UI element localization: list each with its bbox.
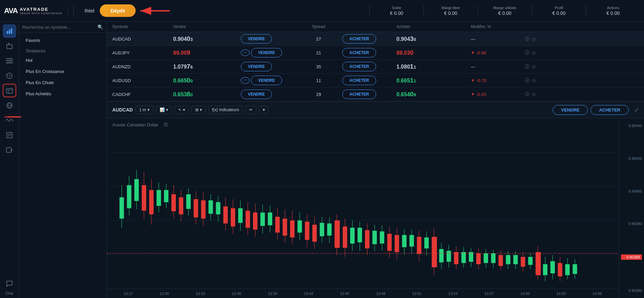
main-layout: Chat 🔍 Favoris Tendances Hot Plus En Cro… bbox=[0, 22, 644, 298]
chart-acheter-btn[interactable]: ACHETER bbox=[591, 105, 629, 115]
menu-item-croissance[interactable]: Plus En Croissance bbox=[24, 66, 102, 77]
star-icon-audcad[interactable]: ☆ bbox=[531, 36, 536, 42]
sell-price-audcad: 0.90403 bbox=[173, 35, 241, 43]
draw-options-btn[interactable]: ▾ bbox=[259, 106, 269, 114]
sidebar-icon-video[interactable] bbox=[3, 143, 16, 157]
svg-rect-145 bbox=[550, 261, 555, 273]
sidebar-icon-menu[interactable] bbox=[3, 54, 16, 68]
svg-rect-55 bbox=[216, 202, 220, 214]
depot-button[interactable]: Dépôt bbox=[100, 4, 136, 17]
info-icon-cadchf[interactable]: ⓘ bbox=[525, 91, 529, 97]
acheter-btn-audjpy[interactable]: ACHETER bbox=[342, 48, 376, 57]
cursor-btn[interactable]: ↖ ▾ bbox=[175, 106, 189, 114]
modifier-audusd: ▼-0.79 bbox=[471, 78, 525, 83]
sidebar-icon-portfolio[interactable] bbox=[3, 39, 16, 53]
sidebar-icon-history[interactable] bbox=[3, 69, 16, 82]
sidebar-icons: Chat bbox=[0, 22, 19, 298]
header-stats: Solde € 0.00 Marge libre € 0.00 Marge ut… bbox=[369, 6, 640, 16]
acheter-btn-cadchf[interactable]: ACHETER bbox=[342, 90, 376, 99]
buy-price-cadchf: 0.65409 bbox=[396, 91, 471, 98]
sidebar-icon-wave[interactable] bbox=[3, 114, 16, 127]
svg-rect-87 bbox=[335, 220, 340, 248]
star-icon-audusd[interactable]: ☆ bbox=[531, 77, 536, 84]
wave-icon-audusd: 〰 bbox=[241, 77, 250, 84]
svg-rect-129 bbox=[491, 253, 496, 263]
chart-type-icon: 📊 bbox=[160, 107, 165, 112]
arrow-svg bbox=[138, 4, 171, 18]
acheter-btn-audnzd[interactable]: ACHETER bbox=[342, 62, 376, 71]
svg-rect-10 bbox=[6, 89, 13, 93]
chart-type-chevron: ▾ bbox=[166, 107, 168, 112]
down-arrow-cadchf: ▼ bbox=[471, 92, 475, 97]
svg-rect-69 bbox=[268, 213, 272, 225]
time-1336: 13:36 bbox=[218, 292, 255, 296]
star-icon-audnzd[interactable]: ☆ bbox=[531, 64, 536, 70]
wave-audjpy: 〰 VENDRE bbox=[241, 48, 295, 57]
menu-item-hot[interactable]: Hot bbox=[24, 55, 102, 66]
vendre-btn-audcad[interactable]: VENDRE bbox=[241, 34, 272, 44]
chart-vendre-btn[interactable]: VENDRE bbox=[553, 105, 588, 115]
symbols-menu: Favoris Tendances Hot Plus En Croissance… bbox=[19, 33, 107, 101]
menu-item-achetes[interactable]: Plus Achetés bbox=[24, 88, 102, 99]
search-input[interactable] bbox=[22, 25, 95, 30]
symbol-cadchf: CADCHF bbox=[112, 92, 173, 97]
tendances-title: Tendances bbox=[24, 46, 102, 55]
wave-audusd: 〰 VENDRE bbox=[241, 76, 295, 85]
sidebar-icon-globe[interactable] bbox=[3, 99, 16, 112]
symbol-audnzd: AUDNZD bbox=[112, 64, 173, 69]
spread-audnzd: 35 bbox=[295, 64, 342, 69]
pencil-icon: ✏ bbox=[249, 107, 253, 112]
buy-price-audnzd: 1.08011 bbox=[396, 63, 471, 70]
col-symbole: Symbole bbox=[112, 24, 173, 29]
svg-rect-143 bbox=[543, 264, 547, 275]
info-icon-audjpy[interactable]: ⓘ bbox=[525, 50, 529, 56]
svg-rect-147 bbox=[558, 263, 562, 276]
stat-solde: Solde € 0.00 bbox=[369, 6, 423, 16]
buy-btn-cadchf-cell: ACHETER bbox=[342, 90, 396, 99]
acheter-btn-audcad[interactable]: ACHETER bbox=[342, 34, 376, 44]
info-icon-audusd[interactable]: ⓘ bbox=[525, 77, 529, 83]
market-table-header: Symbole Vendre Spread Acheter Modifier, … bbox=[107, 22, 644, 32]
menu-item-chute[interactable]: Plus En Chute bbox=[24, 77, 102, 88]
sidebar-chat[interactable]: Chat bbox=[3, 277, 16, 295]
star-icon-audjpy[interactable]: ☆ bbox=[531, 50, 536, 56]
actions-audcad: ⓘ ☆ bbox=[525, 36, 552, 42]
time-1351: 13:51 bbox=[399, 292, 435, 296]
svg-rect-71 bbox=[275, 217, 280, 233]
price-level-5: 0.90360 bbox=[621, 289, 642, 293]
expand-chart-btn[interactable]: ⤢ bbox=[634, 107, 639, 113]
col-spread: Spread bbox=[295, 24, 342, 29]
svg-rect-99 bbox=[380, 231, 384, 244]
vendre-btn-cadchf[interactable]: VENDRE bbox=[241, 90, 272, 99]
layout-btn[interactable]: ⊞ ▾ bbox=[191, 106, 206, 114]
menu-item-favoris[interactable]: Favoris bbox=[24, 35, 102, 46]
chart-type-btn[interactable]: 📊 ▾ bbox=[156, 106, 172, 114]
svg-rect-43 bbox=[171, 194, 176, 211]
sidebar-icon-news[interactable] bbox=[3, 128, 16, 142]
chat-icon[interactable] bbox=[3, 277, 16, 291]
info-icon-audcad[interactable]: ⓘ bbox=[525, 36, 529, 42]
svg-rect-105 bbox=[402, 235, 407, 247]
svg-rect-85 bbox=[327, 223, 331, 235]
sidebar-icon-chart[interactable] bbox=[3, 24, 16, 38]
vendre-btn-audnzd[interactable]: VENDRE bbox=[241, 62, 272, 71]
sell-price-audnzd: 1.07976 bbox=[173, 63, 241, 70]
actions-audusd: ⓘ ☆ bbox=[525, 77, 552, 84]
svg-rect-81 bbox=[312, 225, 317, 242]
stat-actions: Actions € 0.00 bbox=[586, 6, 640, 16]
modifier-audnzd: — bbox=[471, 64, 525, 69]
indicators-btn[interactable]: f(x) Indicateurs bbox=[208, 106, 243, 114]
draw-btn[interactable]: ✏ bbox=[246, 106, 256, 114]
sidebar-icon-positions[interactable] bbox=[3, 84, 16, 97]
reel-label: Réel bbox=[85, 8, 94, 14]
vendre-btn-audjpy[interactable]: VENDRE bbox=[251, 48, 282, 57]
cursor-chevron: ▾ bbox=[183, 107, 185, 112]
timeframe-btn[interactable]: 1 m ▾ bbox=[136, 106, 153, 114]
svg-rect-117 bbox=[446, 251, 451, 262]
info-icon-audnzd[interactable]: ⓘ bbox=[525, 64, 529, 70]
vendre-btn-audusd[interactable]: VENDRE bbox=[251, 76, 282, 85]
star-icon-cadchf[interactable]: ☆ bbox=[531, 91, 536, 98]
svg-rect-151 bbox=[573, 264, 577, 274]
price-axis: 0.90440 0.90420 0.90400 0.90380 0.90388 … bbox=[619, 118, 644, 298]
acheter-btn-audusd[interactable]: ACHETER bbox=[342, 76, 376, 85]
